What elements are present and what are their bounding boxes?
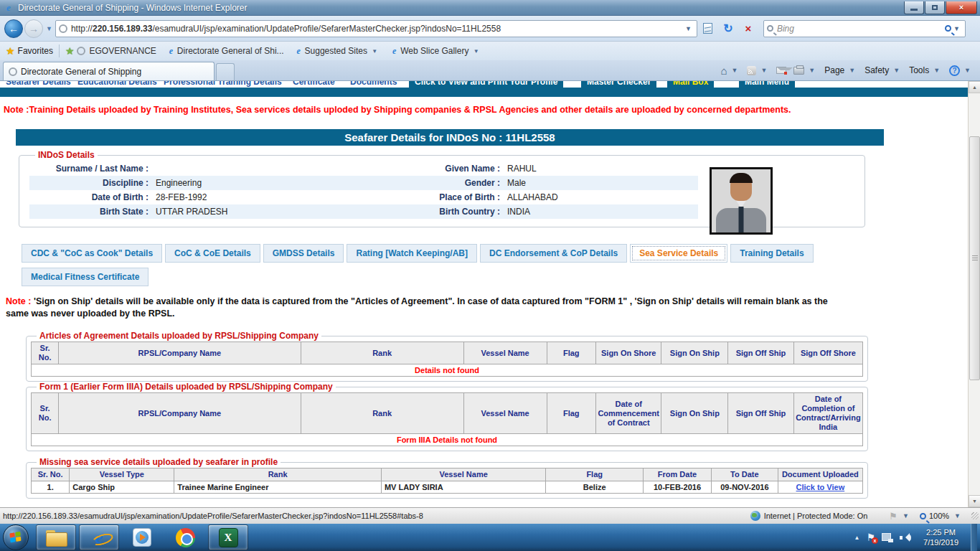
home-button[interactable]: ⌂▼ xyxy=(720,65,740,77)
page-content: Seafarer Details Educational Details Pro… xyxy=(0,81,980,507)
tab-rating[interactable]: Rating [Watch Keeping/AB] xyxy=(347,244,477,263)
help-icon: ? xyxy=(949,65,960,76)
tab-title: Directorate General of Shipping xyxy=(21,67,141,77)
nav-educational-details[interactable]: Educational Details xyxy=(77,81,157,87)
protected-mode-button[interactable]: ⚑ ▼ xyxy=(889,511,911,522)
form1-empty-message: Form IIIA Details not found xyxy=(32,434,863,446)
favorite-item-web-slice-gallery[interactable]: eWeb Slice Gallery ▼ xyxy=(390,46,481,57)
nav-professional-training[interactable]: Professional Training Details xyxy=(164,81,282,87)
search-box[interactable]: ▼ xyxy=(763,20,966,37)
action-center-icon[interactable]: ⚑x xyxy=(867,532,876,543)
taskbar-explorer-button[interactable] xyxy=(36,524,76,550)
nav-view-print-profile[interactable]: Click to View and Print Your Profile xyxy=(409,81,563,97)
nav-seafarer-details[interactable]: Seafarer Details xyxy=(6,81,71,87)
scroll-down-button[interactable]: ▼ xyxy=(969,495,980,507)
favorites-bar: ★ Favorites ★ EGOVERNANCE eDirectorate G… xyxy=(0,42,980,60)
address-field[interactable]: http://220.156.189.33/esamudraUI/jsp/exa… xyxy=(55,20,697,37)
missing-service-table: Sr. No. Vessel Type Rank Vessel Name Fla… xyxy=(31,468,863,494)
tab-medical-fitness[interactable]: Medical Fitness Certificate xyxy=(22,268,149,286)
indos-row: Surname / Last Name : Given Name :RAHUL xyxy=(29,161,698,176)
nav-mail-box[interactable]: Mail Box xyxy=(667,81,714,97)
favorites-label[interactable]: Favorites xyxy=(18,46,53,56)
search-icon xyxy=(767,25,773,32)
volume-icon[interactable] xyxy=(900,533,911,542)
nav-master-checker[interactable]: Master Checker xyxy=(581,81,656,97)
nav-certificate[interactable]: Certificate xyxy=(293,81,335,87)
address-toolbar: ← → ▼ http://220.156.189.33/esamudraUI/j… xyxy=(0,16,980,42)
egovernance-favicon-icon xyxy=(77,47,85,55)
indos-row: Date of Birth :28-FEB-1992 Place of Birt… xyxy=(29,190,698,204)
help-menu[interactable]: ?▼ xyxy=(949,65,973,76)
zoom-control[interactable]: 100% ▼ xyxy=(920,512,963,520)
page-title: Seafarer Details for INDoS No : 11HL2558 xyxy=(16,129,884,146)
read-mail-button[interactable] xyxy=(776,67,786,74)
tab-coc-coe[interactable]: CoC & CoE Details xyxy=(165,244,260,263)
ie-logo-icon: e xyxy=(3,2,14,14)
browser-tab-active[interactable]: Directorate General of Shipping xyxy=(3,62,215,80)
network-icon[interactable] xyxy=(882,533,893,542)
scroll-up-button[interactable]: ▲ xyxy=(969,81,980,93)
tab-bar: Directorate General of Shipping ⌂▼ ▼ ▼ P… xyxy=(0,60,980,81)
restore-button[interactable] xyxy=(925,1,945,14)
scrollbar-thumb[interactable] xyxy=(969,136,980,380)
safety-menu[interactable]: Safety▼ xyxy=(864,65,902,75)
search-input[interactable] xyxy=(777,24,945,34)
start-button[interactable] xyxy=(3,524,29,550)
tab-cdc-coc-cook[interactable]: CDC & "CoC as Cook" Details xyxy=(22,244,162,263)
tools-menu[interactable]: Tools▼ xyxy=(909,65,942,75)
clock-time: 2:25 PM xyxy=(923,527,958,537)
ie-page-icon: e xyxy=(166,46,176,57)
taskbar-excel-button[interactable]: X xyxy=(208,524,248,550)
zoom-icon xyxy=(920,513,926,519)
minimize-button[interactable] xyxy=(904,1,924,14)
favorites-star-icon[interactable]: ★ xyxy=(6,45,15,57)
vertical-scrollbar[interactable]: ▲ ▼ xyxy=(968,81,980,507)
taskbar-clock[interactable]: 2:25 PM 7/19/2019 xyxy=(918,527,964,547)
favorite-item-egovernance[interactable]: EGOVERNANCE xyxy=(77,46,156,56)
close-button[interactable]: × xyxy=(946,1,977,14)
taskbar-media-player-button[interactable] xyxy=(122,524,162,550)
excel-icon: X xyxy=(219,528,238,547)
recent-pages-chevron-icon[interactable]: ▼ xyxy=(46,25,52,32)
tab-sea-service[interactable]: Sea Service Details xyxy=(630,244,727,263)
search-go-icon[interactable] xyxy=(945,25,951,32)
print-button[interactable]: ▼ xyxy=(793,67,817,75)
show-desktop-button[interactable] xyxy=(971,524,977,551)
refresh-button[interactable]: ↻ xyxy=(719,20,738,37)
back-button[interactable]: ← xyxy=(4,19,23,38)
click-to-view-link[interactable]: Click to View xyxy=(781,483,859,491)
taskbar-chrome-button[interactable] xyxy=(165,524,205,550)
nav-documents[interactable]: Documents xyxy=(350,81,397,87)
system-tray: ▲ ⚑x 2:25 PM 7/19/2019 xyxy=(854,524,980,551)
filter-flag-icon: ⚑ xyxy=(889,511,897,522)
internet-zone-icon xyxy=(750,511,760,521)
search-dropdown-icon[interactable]: ▼ xyxy=(951,25,962,32)
favorite-item-dgshipping[interactable]: eDirectorate General of Shi... xyxy=(166,46,284,57)
indos-details-legend: INDoS Details xyxy=(35,150,98,160)
favorite-item-suggested-sites[interactable]: eSuggested Sites ▼ xyxy=(294,46,380,57)
clock-date: 7/19/2019 xyxy=(923,537,958,547)
ie-page-icon: e xyxy=(390,46,399,57)
show-hidden-icons-button[interactable]: ▲ xyxy=(854,534,860,541)
status-url: http://220.156.189.33/esamudraUI/jsp/exa… xyxy=(0,512,750,520)
indos-details-fieldset: INDoS Details Surname / Last Name : Give… xyxy=(19,150,865,227)
tab-gmdss[interactable]: GMDSS Details xyxy=(263,244,344,263)
missing-service-legend: Missing sea service details uploaded by … xyxy=(37,457,281,467)
stop-button[interactable]: × xyxy=(739,20,758,37)
taskbar-ie-button[interactable]: e xyxy=(79,524,119,550)
address-dropdown-icon[interactable]: ▼ xyxy=(683,25,694,32)
nav-main-menu[interactable]: Main Menu xyxy=(739,81,795,97)
tab-training[interactable]: Training Details xyxy=(730,244,813,263)
add-favorite-icon[interactable]: ★ xyxy=(65,45,75,57)
feeds-button[interactable]: ▼ xyxy=(747,66,769,75)
form1-legend: Form 1 (Earlier Form IIIA) Details uploa… xyxy=(37,382,336,392)
sign-on-ship-note: Note : 'Sign on Ship' details will be av… xyxy=(6,296,852,320)
new-tab-button[interactable] xyxy=(216,63,235,80)
desktop: e Directorate General of Shipping - Wind… xyxy=(0,0,980,551)
compatibility-view-button[interactable] xyxy=(699,20,717,37)
indos-row: Birth State :UTTAR PRADESH Birth Country… xyxy=(29,204,698,219)
page-menu[interactable]: Page▼ xyxy=(824,65,857,75)
chrome-icon xyxy=(176,528,195,547)
forward-button[interactable]: → xyxy=(24,19,43,38)
tab-dc-endorsement[interactable]: DC Endorsement & CoP Details xyxy=(480,244,627,263)
